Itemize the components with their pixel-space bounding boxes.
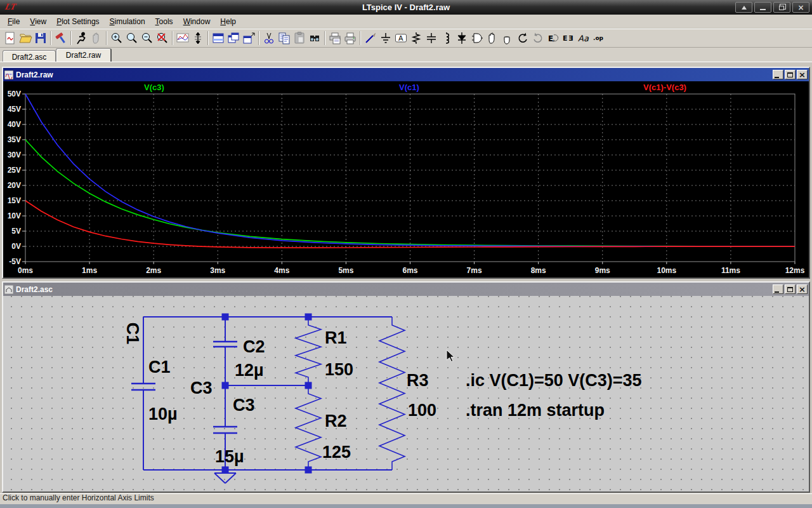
run-icon[interactable] xyxy=(74,30,89,46)
copy-icon[interactable] xyxy=(277,30,292,46)
trace-label-V(c3)[interactable]: V(c3) xyxy=(144,83,164,92)
halt-icon[interactable] xyxy=(89,30,104,46)
r1-ref-label[interactable]: R1 xyxy=(325,328,347,347)
cascade-windows-icon[interactable] xyxy=(226,30,241,46)
print-icon[interactable] xyxy=(343,30,358,46)
menu-window[interactable]: Window xyxy=(178,16,216,27)
menu-simulation[interactable]: Simulation xyxy=(105,16,150,27)
diode-icon[interactable] xyxy=(454,30,469,46)
save-icon[interactable] xyxy=(33,30,48,46)
tab-draft2-asc[interactable]: Draft2.asc xyxy=(3,50,56,62)
spice-directive-icon[interactable]: .op xyxy=(591,30,606,46)
restore-button[interactable] xyxy=(773,2,790,13)
c2-value-label[interactable]: 12µ xyxy=(235,361,264,380)
close-button[interactable]: × xyxy=(792,2,809,13)
c3-node-label[interactable]: C3 xyxy=(190,378,213,398)
junction-node[interactable] xyxy=(305,314,312,321)
waveform-close-button[interactable]: × xyxy=(797,70,808,79)
cut-icon[interactable] xyxy=(261,30,277,46)
waveform-window-title: Draft2.raw xyxy=(16,70,770,79)
schematic-minimize-button[interactable] xyxy=(773,284,783,294)
c2-capacitor-symbol[interactable] xyxy=(213,342,237,347)
redo-icon[interactable] xyxy=(530,30,546,46)
schematic-close-button[interactable]: × xyxy=(797,284,808,294)
y-tick-label: 50V xyxy=(8,90,21,98)
ltspice-app: LT LTspice IV - Draft2.raw × File View P… xyxy=(0,0,812,508)
zoom-back-icon[interactable] xyxy=(124,30,140,46)
undo-icon[interactable] xyxy=(515,30,530,46)
ground-icon[interactable] xyxy=(378,30,393,46)
inductor-icon[interactable] xyxy=(439,30,454,46)
text-icon[interactable]: Aa xyxy=(576,30,591,46)
tile-windows-icon[interactable] xyxy=(211,30,226,46)
junction-node[interactable] xyxy=(222,382,229,389)
new-schematic-icon[interactable] xyxy=(3,30,18,46)
paste-icon[interactable] xyxy=(292,30,307,46)
junction-node[interactable] xyxy=(305,382,312,389)
svg-text:Aa: Aa xyxy=(578,34,589,43)
c1-capacitor-symbol[interactable] xyxy=(131,384,155,390)
menu-help[interactable]: Help xyxy=(215,16,241,27)
new-window-icon[interactable] xyxy=(241,30,256,46)
move-icon[interactable] xyxy=(485,30,500,46)
waveform-minimize-button[interactable] xyxy=(773,70,783,79)
axis-settings-icon[interactable] xyxy=(190,30,206,46)
zoom-full-extents-icon[interactable] xyxy=(155,30,170,46)
drag-icon[interactable] xyxy=(500,30,515,46)
x-tick-label: 8ms xyxy=(531,266,546,275)
x-tick-label: 10ms xyxy=(657,266,676,275)
zoom-in-icon[interactable] xyxy=(109,30,124,46)
rotate-icon[interactable]: E xyxy=(546,30,561,46)
c3-value-label[interactable]: 15µ xyxy=(215,447,244,466)
schematic-window-titlebar[interactable]: Draft2.asc × xyxy=(3,283,809,296)
c1-side-label[interactable]: C1 xyxy=(123,314,142,352)
open-icon[interactable] xyxy=(18,30,33,46)
r3-ref-label[interactable]: R3 xyxy=(407,371,429,390)
r1-value-label[interactable]: 150 xyxy=(325,360,353,379)
autorange-icon[interactable] xyxy=(175,30,190,46)
waveform-maximize-button[interactable] xyxy=(785,70,796,79)
c1-value-label[interactable]: 10µ xyxy=(148,404,178,424)
label-net-icon[interactable]: A xyxy=(393,30,409,46)
zoom-out-icon[interactable] xyxy=(140,30,155,46)
junction-node[interactable] xyxy=(305,467,312,474)
r2-value-label[interactable]: 125 xyxy=(322,443,351,462)
c3-ref-label[interactable]: C3 xyxy=(233,396,255,415)
c2-ref-label[interactable]: C2 xyxy=(243,337,265,356)
r1-resistor-symbol[interactable] xyxy=(296,317,321,385)
shade-button[interactable] xyxy=(735,2,752,13)
menu-view[interactable]: View xyxy=(25,16,51,27)
waveform-window-titlebar[interactable]: Draft2.raw × xyxy=(3,68,809,81)
schematic-canvas[interactable]: C1 C1 10µ C2 12µ C3 C3 15µ R1 150 R2 125… xyxy=(3,296,809,491)
junction-node[interactable] xyxy=(222,314,229,321)
menu-plot-settings[interactable]: Plot Settings xyxy=(51,16,104,27)
menu-tools[interactable]: Tools xyxy=(150,16,178,27)
junction-node[interactable] xyxy=(222,467,229,474)
r2-resistor-symbol[interactable] xyxy=(296,385,321,470)
c1-ref-label[interactable]: C1 xyxy=(148,358,171,377)
resistor-icon[interactable] xyxy=(409,30,424,46)
trace-label-V(c1)-V(c3)[interactable]: V(c1)-V(c3) xyxy=(643,83,686,92)
wire-icon[interactable] xyxy=(363,30,378,46)
capacitor-icon[interactable] xyxy=(424,30,439,46)
waveform-plot-area[interactable]: 50V45V40V35V30V25V20V15V10V5V0V-5V0ms1ms… xyxy=(3,81,809,277)
component-icon[interactable] xyxy=(469,30,485,46)
menu-file[interactable]: File xyxy=(3,16,25,27)
ic-directive-label[interactable]: .ic V(C1)=50 V(C3)=35 xyxy=(466,371,642,390)
schematic-maximize-button[interactable] xyxy=(785,284,796,294)
waveform-plot[interactable]: 50V45V40V35V30V25V20V15V10V5V0V-5V0ms1ms… xyxy=(3,81,809,277)
c3-capacitor-symbol[interactable] xyxy=(213,427,237,433)
mirror-icon[interactable]: EƎ xyxy=(561,30,576,46)
toolbar-separator xyxy=(70,31,72,45)
tran-directive-label[interactable]: .tran 12m startup xyxy=(466,401,605,420)
print-preview-icon[interactable] xyxy=(327,30,343,46)
find-icon[interactable] xyxy=(307,30,322,46)
r3-resistor-symbol[interactable] xyxy=(379,317,405,470)
trace-label-V(c1)[interactable]: V(c1) xyxy=(399,83,419,92)
titlebar: LT LTspice IV - Draft2.raw × xyxy=(0,0,812,15)
control-panel-icon[interactable] xyxy=(53,30,69,46)
r3-value-label[interactable]: 100 xyxy=(408,401,436,420)
minimize-button[interactable] xyxy=(754,2,771,13)
tab-draft2-raw[interactable]: Draft2.raw xyxy=(56,48,112,62)
r2-ref-label[interactable]: R2 xyxy=(325,411,347,431)
